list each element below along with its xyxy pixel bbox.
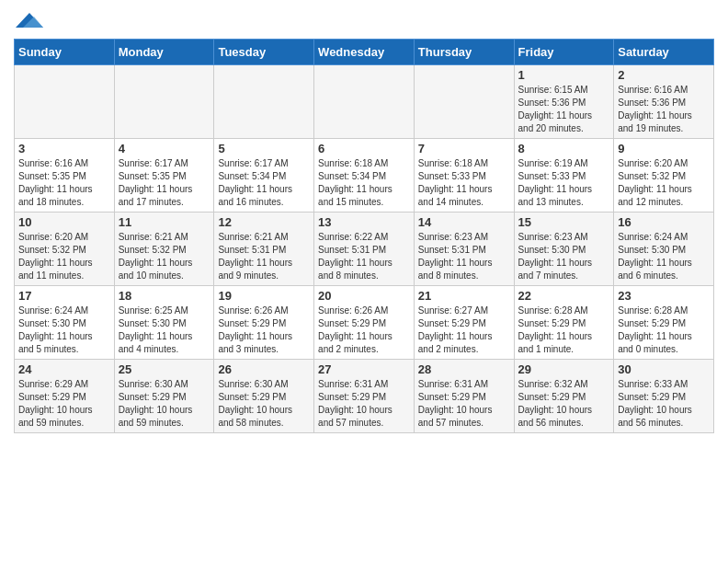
day-info: Sunrise: 6:19 AM Sunset: 5:33 PM Dayligh… (518, 157, 610, 209)
week-row-4: 17Sunrise: 6:24 AM Sunset: 5:30 PM Dayli… (15, 286, 714, 360)
calendar-cell: 20Sunrise: 6:26 AM Sunset: 5:29 PM Dayli… (314, 286, 415, 360)
calendar-header: SundayMondayTuesdayWednesdayThursdayFrid… (15, 40, 714, 65)
day-number: 16 (618, 215, 710, 229)
calendar-cell: 5Sunrise: 6:17 AM Sunset: 5:34 PM Daylig… (214, 139, 314, 213)
day-number: 23 (618, 289, 710, 303)
day-info: Sunrise: 6:24 AM Sunset: 5:30 PM Dayligh… (618, 231, 710, 282)
day-number: 7 (418, 142, 510, 155)
calendar-cell: 29Sunrise: 6:32 AM Sunset: 5:29 PM Dayli… (514, 360, 614, 433)
calendar-cell: 28Sunrise: 6:31 AM Sunset: 5:29 PM Dayli… (414, 360, 514, 433)
calendar-cell: 16Sunrise: 6:24 AM Sunset: 5:30 PM Dayli… (614, 213, 714, 286)
logo-icon (16, 9, 43, 31)
day-number: 25 (119, 362, 210, 376)
day-number: 15 (518, 215, 610, 229)
week-row-3: 10Sunrise: 6:20 AM Sunset: 5:32 PM Dayli… (15, 213, 714, 286)
day-info: Sunrise: 6:25 AM Sunset: 5:30 PM Dayligh… (119, 304, 210, 356)
day-number: 2 (618, 68, 710, 82)
day-number: 26 (218, 362, 310, 376)
calendar-cell: 15Sunrise: 6:23 AM Sunset: 5:30 PM Dayli… (514, 213, 614, 286)
day-header-thursday: Thursday (414, 40, 514, 65)
calendar-cell: 22Sunrise: 6:28 AM Sunset: 5:29 PM Dayli… (514, 286, 614, 360)
calendar-cell: 24Sunrise: 6:29 AM Sunset: 5:29 PM Dayli… (15, 360, 115, 433)
day-number: 27 (318, 362, 410, 376)
day-number: 19 (218, 289, 310, 303)
day-number: 9 (618, 142, 710, 155)
day-info: Sunrise: 6:26 AM Sunset: 5:29 PM Dayligh… (318, 304, 410, 356)
day-number: 18 (119, 289, 210, 303)
day-info: Sunrise: 6:16 AM Sunset: 5:35 PM Dayligh… (18, 157, 110, 209)
day-info: Sunrise: 6:17 AM Sunset: 5:35 PM Dayligh… (119, 157, 210, 209)
day-number: 11 (119, 215, 210, 229)
day-number: 10 (18, 215, 110, 229)
calendar-cell: 13Sunrise: 6:22 AM Sunset: 5:31 PM Dayli… (314, 213, 415, 286)
day-info: Sunrise: 6:21 AM Sunset: 5:32 PM Dayligh… (119, 231, 210, 282)
calendar-cell: 18Sunrise: 6:25 AM Sunset: 5:30 PM Dayli… (114, 286, 214, 360)
calendar-cell: 21Sunrise: 6:27 AM Sunset: 5:29 PM Dayli… (414, 286, 514, 360)
day-number: 4 (119, 142, 210, 155)
day-info: Sunrise: 6:28 AM Sunset: 5:29 PM Dayligh… (518, 304, 610, 356)
calendar-cell: 10Sunrise: 6:20 AM Sunset: 5:32 PM Dayli… (15, 213, 115, 286)
calendar-cell (414, 65, 514, 139)
calendar-cell: 27Sunrise: 6:31 AM Sunset: 5:29 PM Dayli… (314, 360, 415, 433)
day-number: 17 (18, 289, 110, 303)
day-info: Sunrise: 6:23 AM Sunset: 5:31 PM Dayligh… (418, 231, 510, 282)
day-info: Sunrise: 6:15 AM Sunset: 5:36 PM Dayligh… (518, 84, 610, 135)
day-header-friday: Friday (514, 40, 614, 65)
week-row-1: 1Sunrise: 6:15 AM Sunset: 5:36 PM Daylig… (15, 65, 714, 139)
day-info: Sunrise: 6:29 AM Sunset: 5:29 PM Dayligh… (18, 378, 110, 430)
day-info: Sunrise: 6:24 AM Sunset: 5:30 PM Dayligh… (18, 304, 110, 356)
day-header-saturday: Saturday (614, 40, 714, 65)
day-number: 21 (418, 289, 510, 303)
day-info: Sunrise: 6:30 AM Sunset: 5:29 PM Dayligh… (119, 378, 210, 430)
calendar-cell: 19Sunrise: 6:26 AM Sunset: 5:29 PM Dayli… (214, 286, 314, 360)
day-header-wednesday: Wednesday (314, 40, 415, 65)
calendar-cell: 14Sunrise: 6:23 AM Sunset: 5:31 PM Dayli… (414, 213, 514, 286)
calendar-cell: 26Sunrise: 6:30 AM Sunset: 5:29 PM Dayli… (214, 360, 314, 433)
calendar-table: SundayMondayTuesdayWednesdayThursdayFrid… (14, 39, 714, 433)
header (14, 9, 714, 31)
day-info: Sunrise: 6:20 AM Sunset: 5:32 PM Dayligh… (618, 157, 710, 209)
calendar-cell: 23Sunrise: 6:28 AM Sunset: 5:29 PM Dayli… (614, 286, 714, 360)
day-number: 22 (518, 289, 610, 303)
day-number: 30 (618, 362, 710, 376)
calendar-cell: 6Sunrise: 6:18 AM Sunset: 5:34 PM Daylig… (314, 139, 415, 213)
day-header-monday: Monday (114, 40, 214, 65)
day-number: 12 (218, 215, 310, 229)
calendar-cell: 1Sunrise: 6:15 AM Sunset: 5:36 PM Daylig… (514, 65, 614, 139)
day-number: 6 (318, 142, 410, 155)
day-info: Sunrise: 6:18 AM Sunset: 5:33 PM Dayligh… (418, 157, 510, 209)
day-info: Sunrise: 6:28 AM Sunset: 5:29 PM Dayligh… (618, 304, 710, 356)
day-info: Sunrise: 6:21 AM Sunset: 5:31 PM Dayligh… (218, 231, 310, 282)
day-info: Sunrise: 6:33 AM Sunset: 5:29 PM Dayligh… (618, 378, 710, 430)
day-number: 29 (518, 362, 610, 376)
day-info: Sunrise: 6:27 AM Sunset: 5:29 PM Dayligh… (418, 304, 510, 356)
day-header-sunday: Sunday (15, 40, 115, 65)
calendar-cell (114, 65, 214, 139)
day-header-tuesday: Tuesday (214, 40, 314, 65)
calendar-cell (214, 65, 314, 139)
day-info: Sunrise: 6:20 AM Sunset: 5:32 PM Dayligh… (18, 231, 110, 282)
week-row-5: 24Sunrise: 6:29 AM Sunset: 5:29 PM Dayli… (15, 360, 714, 433)
day-info: Sunrise: 6:26 AM Sunset: 5:29 PM Dayligh… (218, 304, 310, 356)
calendar-cell: 7Sunrise: 6:18 AM Sunset: 5:33 PM Daylig… (414, 139, 514, 213)
day-number: 8 (518, 142, 610, 155)
day-info: Sunrise: 6:17 AM Sunset: 5:34 PM Dayligh… (218, 157, 310, 209)
day-info: Sunrise: 6:18 AM Sunset: 5:34 PM Dayligh… (318, 157, 410, 209)
calendar-cell: 4Sunrise: 6:17 AM Sunset: 5:35 PM Daylig… (114, 139, 214, 213)
calendar-cell: 9Sunrise: 6:20 AM Sunset: 5:32 PM Daylig… (614, 139, 714, 213)
calendar-cell: 8Sunrise: 6:19 AM Sunset: 5:33 PM Daylig… (514, 139, 614, 213)
header-row: SundayMondayTuesdayWednesdayThursdayFrid… (15, 40, 714, 65)
week-row-2: 3Sunrise: 6:16 AM Sunset: 5:35 PM Daylig… (15, 139, 714, 213)
page-container: SundayMondayTuesdayWednesdayThursdayFrid… (0, 0, 728, 442)
day-info: Sunrise: 6:16 AM Sunset: 5:36 PM Dayligh… (618, 84, 710, 135)
day-info: Sunrise: 6:30 AM Sunset: 5:29 PM Dayligh… (218, 378, 310, 430)
day-number: 3 (18, 142, 110, 155)
day-number: 24 (18, 362, 110, 376)
day-number: 28 (418, 362, 510, 376)
calendar-cell (314, 65, 415, 139)
day-info: Sunrise: 6:32 AM Sunset: 5:29 PM Dayligh… (518, 378, 610, 430)
calendar-cell: 3Sunrise: 6:16 AM Sunset: 5:35 PM Daylig… (15, 139, 115, 213)
day-number: 1 (518, 68, 610, 82)
calendar-cell: 11Sunrise: 6:21 AM Sunset: 5:32 PM Dayli… (114, 213, 214, 286)
day-number: 20 (318, 289, 410, 303)
